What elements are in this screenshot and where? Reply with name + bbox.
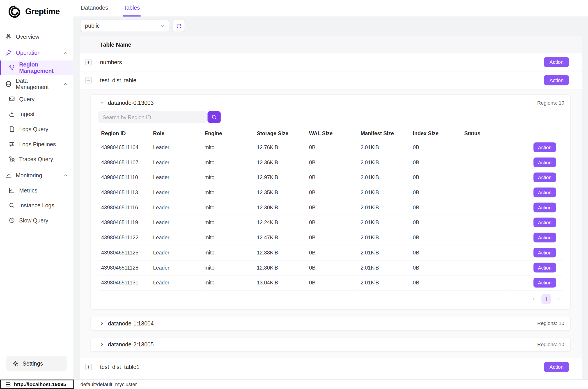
region-search-input[interactable] bbox=[98, 111, 207, 123]
cell-manifest: 2.01KiB bbox=[358, 215, 410, 230]
database-select[interactable]: public bbox=[80, 20, 169, 32]
action-button[interactable]: Action bbox=[533, 278, 556, 287]
regions-count: Regions: 10 bbox=[537, 321, 564, 326]
region-branch-icon bbox=[9, 65, 15, 71]
tables-page: public Table Name bbox=[73, 17, 588, 379]
collapse-minus-icon[interactable] bbox=[85, 77, 92, 83]
sidebar-item-overview[interactable]: Overview bbox=[0, 29, 73, 43]
table-row: test_dist_table1 Action bbox=[80, 358, 582, 376]
sidebar-item-label: Query bbox=[19, 96, 34, 102]
sidebar-item-query[interactable]: Query bbox=[0, 92, 73, 106]
sidebar-item-label: Slow Query bbox=[19, 217, 48, 223]
cluster-name-label: default/default_mycluster bbox=[80, 382, 137, 387]
main-content: Datanodes Tables public Table Name bbox=[73, 0, 588, 379]
action-button[interactable]: Action bbox=[533, 172, 556, 182]
magnifier-icon bbox=[9, 202, 15, 208]
column-header-action bbox=[506, 127, 563, 140]
cell-index: 0B bbox=[410, 215, 461, 230]
sidebar-item-data-management[interactable]: Data Management bbox=[0, 77, 73, 91]
metrics-chart-icon bbox=[9, 187, 15, 193]
sidebar-item-region-management[interactable]: Region Management bbox=[0, 60, 73, 75]
action-button[interactable]: Action bbox=[533, 158, 556, 167]
datanode-header[interactable]: datanode-0:13003 Regions: 10 bbox=[91, 95, 570, 110]
cell-engine: mito bbox=[201, 215, 254, 230]
database-select-value: public bbox=[85, 23, 100, 29]
action-button[interactable]: Action bbox=[533, 218, 556, 227]
pagination: 1 bbox=[91, 290, 570, 309]
page-number[interactable]: 1 bbox=[541, 294, 551, 304]
expand-plus-icon[interactable] bbox=[85, 363, 92, 370]
column-header-engine: Engine bbox=[201, 127, 254, 140]
cell-role: Leader bbox=[150, 275, 201, 290]
column-header-wal: WAL Size bbox=[306, 127, 357, 140]
action-button[interactable]: Action bbox=[533, 142, 556, 152]
column-header-region-id: Region ID bbox=[98, 127, 150, 140]
cell-index: 0B bbox=[410, 170, 461, 185]
sidebar-item-operation[interactable]: Operation bbox=[0, 46, 73, 60]
region-row: 4398046511128 Leader mito 12.80KiB 0B 2.… bbox=[98, 260, 563, 275]
chevron-up-icon bbox=[63, 173, 68, 178]
sidebar-item-monitoring[interactable]: Monitoring bbox=[0, 168, 73, 182]
table-name-header-label: Table Name bbox=[100, 41, 131, 48]
chevron-right-icon bbox=[100, 342, 105, 347]
action-button[interactable]: Action bbox=[544, 362, 569, 372]
region-row: 4398046511104 Leader mito 12.76KiB 0B 2.… bbox=[98, 140, 563, 155]
settings-label: Settings bbox=[23, 360, 43, 366]
region-row: 4398046511107 Leader mito 12.36KiB 0B 2.… bbox=[98, 155, 563, 170]
sidebar-item-instance-logs[interactable]: Instance Logs bbox=[0, 198, 73, 212]
cell-wal: 0B bbox=[306, 260, 357, 275]
cell-region-id: 4398046511107 bbox=[98, 155, 150, 170]
action-button[interactable]: Action bbox=[533, 203, 556, 212]
sidebar-item-traces-query[interactable]: Traces Query bbox=[0, 152, 73, 166]
connection-host[interactable]: http://localhost:19095 bbox=[0, 380, 74, 389]
expand-column bbox=[80, 363, 100, 370]
cell-wal: 0B bbox=[306, 155, 357, 170]
column-header-status: Status bbox=[461, 127, 506, 140]
tables-card: Table Name numbers Action bbox=[80, 36, 582, 379]
cell-manifest: 2.01KiB bbox=[358, 230, 410, 245]
action-button[interactable]: Action bbox=[533, 248, 556, 257]
action-button[interactable]: Action bbox=[544, 57, 569, 67]
next-page-icon[interactable] bbox=[556, 297, 561, 302]
datanodes-panel: datanode-0:13003 Regions: 10 bbox=[80, 90, 582, 358]
cell-wal: 0B bbox=[306, 275, 357, 290]
datanode-header[interactable]: datanode-1:13004 Regions: 10 bbox=[91, 316, 570, 330]
cell-index: 0B bbox=[410, 230, 461, 245]
sidebar-item-label: Instance Logs bbox=[19, 202, 54, 208]
column-header-storage: Storage Size bbox=[254, 127, 306, 140]
expand-plus-icon[interactable] bbox=[85, 59, 92, 65]
sidebar-item-slow-query[interactable]: Slow Query bbox=[0, 213, 73, 227]
prev-page-icon[interactable] bbox=[531, 297, 536, 302]
table-name: numbers bbox=[100, 59, 122, 65]
cell-storage: 12.80KiB bbox=[254, 260, 306, 275]
cell-engine: mito bbox=[201, 185, 254, 200]
cell-index: 0B bbox=[410, 185, 461, 200]
refresh-button[interactable] bbox=[172, 20, 185, 32]
region-row: 4398046511113 Leader mito 12.35KiB 0B 2.… bbox=[98, 185, 563, 200]
cell-role: Leader bbox=[150, 230, 201, 245]
cell-status bbox=[461, 140, 506, 155]
sidebar-item-label: Logs Pipelines bbox=[19, 141, 56, 147]
search-button[interactable] bbox=[207, 111, 221, 123]
table-name: test_dist_table1 bbox=[100, 363, 140, 370]
tab-datanodes[interactable]: Datanodes bbox=[80, 0, 109, 16]
sidebar-item-logs-pipelines[interactable]: Logs Pipelines bbox=[0, 137, 73, 151]
action-button[interactable]: Action bbox=[544, 75, 569, 85]
cell-region-id: 4398046511119 bbox=[98, 215, 150, 230]
cell-region-id: 4398046511110 bbox=[98, 170, 150, 185]
cluster-name: default/default_mycluster bbox=[74, 380, 137, 389]
action-button[interactable]: Action bbox=[533, 263, 556, 272]
sidebar-item-logs-query[interactable]: Logs Query bbox=[0, 122, 73, 136]
cell-status bbox=[461, 155, 506, 170]
cell-wal: 0B bbox=[306, 170, 357, 185]
settings-button[interactable]: Settings bbox=[6, 356, 67, 371]
brand-logo[interactable]: Greptime bbox=[0, 0, 73, 23]
regions-count: Regions: 10 bbox=[537, 100, 564, 105]
sidebar-item-ingest[interactable]: Ingest bbox=[0, 107, 73, 121]
action-button[interactable]: Action bbox=[533, 188, 556, 197]
datanode-header[interactable]: datanode-2:13005 Regions: 10 bbox=[91, 337, 570, 351]
sidebar-item-metrics[interactable]: Metrics bbox=[0, 183, 73, 197]
action-button[interactable]: Action bbox=[533, 233, 556, 242]
tab-tables[interactable]: Tables bbox=[123, 0, 141, 16]
datanode-name: datanode-1:13004 bbox=[108, 320, 154, 326]
